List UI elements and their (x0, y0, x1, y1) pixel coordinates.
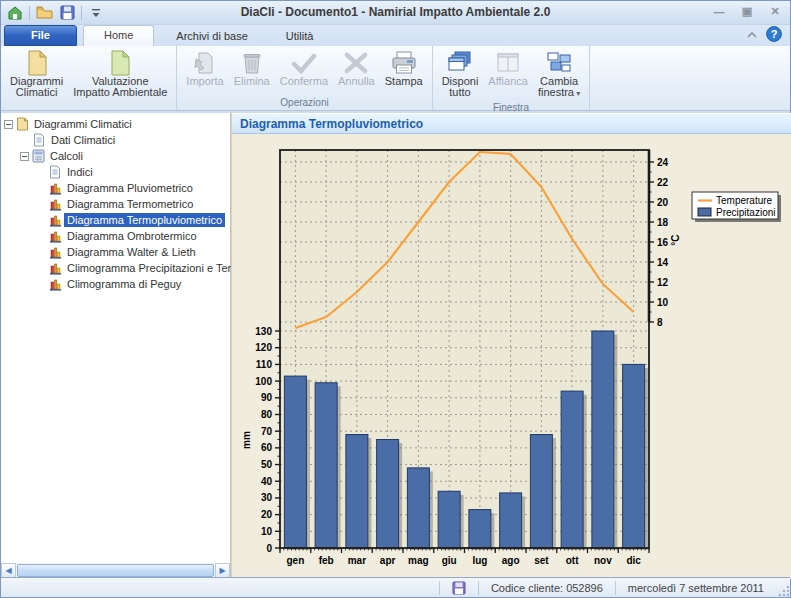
mini-chart-icon (49, 214, 62, 227)
ribbon-button-conferma[interactable]: Conferma (275, 48, 333, 89)
svg-text:18: 18 (657, 217, 669, 228)
tab-file[interactable]: File (4, 25, 77, 46)
svg-text:8: 8 (657, 317, 663, 328)
ribbon-button-annulla[interactable]: Annulla (333, 48, 380, 89)
tree-item-diagramma-termometrico[interactable]: Diagramma Termometrico (1, 196, 230, 212)
month-label: mag (408, 555, 429, 566)
mini-chart-icon (49, 246, 62, 259)
tree-collapse-toggle[interactable] (4, 120, 13, 129)
legend-bar-swatch (698, 208, 711, 216)
svg-text:10: 10 (261, 526, 273, 537)
chart-svg: 0102030405060708090100110120130mm8101214… (232, 134, 791, 579)
ribbon-collapse-button[interactable] (746, 29, 758, 41)
svg-text:10: 10 (657, 297, 669, 308)
mini-chart-icon (49, 262, 62, 275)
help-button[interactable]: ? (766, 26, 782, 44)
precipitation-bar (438, 491, 460, 548)
month-label: apr (380, 555, 396, 566)
resize-grip[interactable] (776, 578, 790, 597)
ribbon-button-label: Conferma (280, 76, 328, 87)
tree-item-dati-climatici[interactable]: Dati Climatici (1, 132, 230, 148)
import-icon (193, 51, 217, 75)
svg-text:120: 120 (255, 342, 272, 353)
title-bar: DiaCli - Documento1 - Namirial Impatto A… (1, 1, 790, 25)
precipitation-bar (530, 435, 552, 548)
tab-archivi-di-base[interactable]: Archivi di base (160, 27, 264, 46)
dropdown-caret-icon: ▾ (574, 89, 580, 98)
tree-item-label: Diagramma Termometrico (64, 197, 196, 211)
ribbon-button-affianca[interactable]: Affianca (483, 48, 533, 89)
tree-item-diagramma-pluviometrico[interactable]: Diagramma Pluviometrico (1, 180, 230, 196)
svg-text:14: 14 (657, 257, 669, 268)
tree-item-diagramma-ombrotermico[interactable]: Diagramma Ombrotermico (1, 228, 230, 244)
svg-text:80: 80 (261, 409, 273, 420)
month-label: nov (594, 555, 612, 566)
month-label: feb (319, 555, 334, 566)
right-axis-title: °C (670, 234, 681, 245)
tree-horizontal-scrollbar[interactable]: ◀ ▶ (1, 563, 230, 578)
tree-item-label: Dati Climatici (48, 133, 118, 147)
close-button[interactable]: ✕ (766, 4, 784, 19)
navigation-tree: Diagrammi ClimaticiDati ClimaticiCalcoli… (1, 113, 230, 292)
ribbon-button-disponi-tutto[interactable]: Disponitutto (437, 48, 484, 100)
ribbon-button-cambia-finestra[interactable]: Cambiafinestra ▾ (533, 48, 585, 101)
ribbon-button-label: Annulla (338, 76, 375, 87)
ribbon-group-label: Operazioni (181, 96, 427, 110)
doc-lines-icon (49, 165, 61, 179)
svg-text:30: 30 (261, 492, 273, 503)
month-label: ago (502, 555, 520, 566)
precipitation-bar (561, 391, 583, 548)
scroll-right-arrow[interactable]: ▶ (215, 563, 230, 578)
doc-yellow-icon (26, 50, 48, 76)
tab-row-right: ? (746, 26, 782, 44)
cancel-icon (344, 52, 368, 74)
ribbon-button-label: DiagrammiClimatici (10, 76, 63, 98)
chart-legend: TemperaturePrecipitazioni (692, 192, 781, 222)
tree-item-label: Indici (64, 165, 96, 179)
tree-collapse-toggle[interactable] (20, 152, 29, 161)
doc-green-icon (109, 50, 131, 76)
tree-item-diagramma-termopluviometrico[interactable]: Diagramma Termopluviometrico (1, 212, 230, 228)
ribbon-button-valutazione-impatto-ambientale[interactable]: ValutazioneImpatto Ambientale (68, 48, 172, 100)
tab-utilit[interactable]: Utilità (270, 27, 330, 46)
trash-icon (241, 51, 263, 75)
svg-text:90: 90 (261, 392, 273, 403)
window-title: DiaCli - Documento1 - Namirial Impatto A… (1, 5, 790, 19)
status-save-icon-cell (440, 578, 478, 597)
ribbon-button-stampa[interactable]: Stampa (380, 48, 428, 89)
tree-item-label: Climogramma di Peguy (64, 277, 184, 291)
tree-item-diagrammi-climatici[interactable]: Diagrammi Climatici (1, 116, 230, 132)
svg-text:0: 0 (266, 543, 272, 554)
restore-button[interactable]: ▣ (738, 4, 756, 19)
tile-icon (496, 51, 520, 75)
printer-icon (391, 51, 417, 75)
month-label: ott (566, 555, 579, 566)
precipitation-bar (469, 510, 491, 548)
ribbon-button-diagrammi-climatici[interactable]: DiagrammiClimatici (5, 48, 68, 100)
ribbon-button-importa[interactable]: Importa (181, 48, 228, 89)
tree-item-diagramma-walter-lieth[interactable]: Diagramma Walter & Lieth (1, 244, 230, 260)
doc-yellow-small-icon (16, 117, 29, 131)
month-label: dic (626, 555, 641, 566)
svg-text:22: 22 (657, 177, 669, 188)
tree-item-climogramma-precipitazioni-e-temperature[interactable]: Climogramma Precipitazioni e Temperature (1, 260, 230, 276)
svg-text:24: 24 (657, 157, 669, 168)
tab-home[interactable]: Home (83, 25, 154, 46)
scroll-left-arrow[interactable]: ◀ (1, 563, 16, 578)
tree-item-climogramma-di-peguy[interactable]: Climogramma di Peguy (1, 276, 230, 292)
minimize-button[interactable]: — (710, 4, 728, 19)
tree-item-indici[interactable]: Indici (1, 164, 230, 180)
legend-entry-precipitazioni: Precipitazioni (716, 207, 775, 218)
client-code-label: Codice cliente: 052896 (479, 578, 615, 597)
scrollbar-thumb[interactable] (17, 564, 214, 577)
tree-item-calcoli[interactable]: Calcoli (1, 148, 230, 164)
termopluviometric-chart: 0102030405060708090100110120130mm8101214… (232, 134, 791, 579)
left-axis-title: mm (241, 431, 252, 449)
help-icon: ? (766, 26, 782, 42)
ribbon-button-elimina[interactable]: Elimina (229, 48, 275, 89)
window-controls: —▣✕ (710, 4, 784, 19)
ribbon-tab-row: FileHomeArchivi di baseUtilità ? (1, 25, 790, 46)
ribbon-button-label: Stampa (385, 76, 423, 87)
month-label: lug (472, 555, 487, 566)
precipitation-bar (377, 440, 399, 548)
